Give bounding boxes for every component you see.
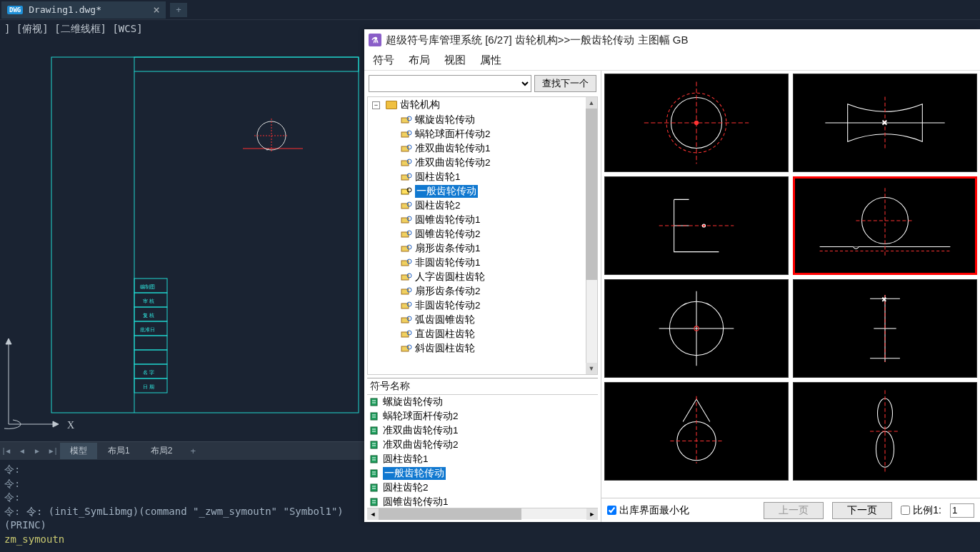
ratio-input[interactable] — [950, 503, 974, 518]
tree-item[interactable]: 圆锥齿轮传动2 — [368, 227, 597, 241]
tab-layout2[interactable]: 布局2 — [141, 443, 183, 459]
list-item[interactable]: 螺旋齿轮传动 — [367, 395, 598, 409]
menu-properties[interactable]: 属性 — [474, 52, 507, 69]
tree-root[interactable]: − 齿轮机构 — [368, 97, 597, 113]
dialog-footer: 出库界面最小化 上一页 下一页 比例1: — [601, 498, 980, 522]
thumbnail[interactable] — [604, 279, 789, 378]
prev-page-button[interactable]: 上一页 — [764, 502, 824, 519]
symbol-icon — [401, 173, 412, 181]
close-icon[interactable]: × — [153, 3, 160, 16]
tree-item[interactable]: 圆锥齿轮传动1 — [368, 213, 597, 227]
dialog-title: 超级符号库管理系统 [6/27] 齿轮机构>>一般齿轮传动 主图幅 GB — [386, 34, 688, 47]
drawing-canvas[interactable]: 编制图审 核 复 核批准日 名 字日 期 X — [0, 43, 364, 441]
name-list-hscroll[interactable]: ◄ ► — [367, 508, 598, 519]
menu-symbol[interactable]: 符号 — [367, 52, 400, 69]
svg-rect-1 — [134, 57, 359, 71]
document-filename: Drawing1.dwg* — [29, 4, 101, 15]
thumbnail[interactable] — [604, 382, 789, 481]
ratio-field: 比例1: — [901, 504, 941, 517]
svg-text:复 核: 复 核 — [143, 313, 154, 318]
svg-rect-58 — [371, 413, 377, 420]
symbol-icon — [401, 159, 412, 167]
nav-prev-icon[interactable]: ◄ — [15, 444, 29, 458]
tree-item[interactable]: 非圆齿轮传动2 — [368, 298, 597, 313]
list-item[interactable]: 一般齿轮传动 — [367, 466, 598, 481]
tree-item[interactable]: 一般齿轮传动 — [368, 184, 597, 199]
thumbnail[interactable] — [604, 176, 789, 275]
svg-text:名 字: 名 字 — [143, 370, 154, 376]
menu-view[interactable]: 视图 — [439, 52, 471, 69]
next-page-button[interactable]: 下一页 — [832, 502, 892, 519]
list-item[interactable]: 圆锥齿轮传动1 — [367, 495, 598, 508]
svg-text:编制图: 编制图 — [140, 284, 155, 290]
tree-item[interactable]: 螺旋齿轮传动 — [368, 113, 597, 127]
symbol-icon — [401, 130, 412, 139]
tree-scrollbar[interactable]: ▲ ▼ — [586, 97, 597, 374]
tree-item[interactable]: 准双曲齿轮传动2 — [368, 156, 597, 170]
command-line[interactable]: 令: 令: 令: 令: 令: (init_SymLibmg)(command "… — [0, 460, 364, 550]
add-layout-button[interactable]: + — [183, 443, 203, 458]
svg-point-94 — [876, 431, 894, 467]
scroll-up-icon[interactable]: ▲ — [586, 97, 597, 109]
symbol-name-list[interactable]: 符号名称 螺旋齿轮传动蜗轮球面杆传动2准双曲齿轮传动1准双曲齿轮传动2圆柱齿轮1… — [367, 378, 598, 508]
symbol-icon — [401, 244, 412, 253]
category-tree[interactable]: − 齿轮机构 螺旋齿轮传动蜗轮球面杆传动2准双曲齿轮传动1准双曲齿轮传动2圆柱齿… — [367, 96, 598, 375]
list-item[interactable]: 准双曲齿轮传动2 — [367, 438, 598, 452]
svg-rect-8 — [134, 350, 167, 364]
tree-item[interactable]: 蜗轮球面杆传动2 — [368, 127, 597, 141]
minimize-checkbox[interactable]: 出库界面最小化 — [607, 504, 689, 517]
thumbnail[interactable] — [604, 74, 789, 172]
tab-model[interactable]: 模型 — [60, 443, 97, 459]
list-item[interactable]: 圆柱齿轮2 — [367, 481, 598, 495]
list-item[interactable]: 准双曲齿轮传动1 — [367, 423, 598, 438]
tree-item[interactable]: 直齿圆柱齿轮 — [368, 327, 597, 341]
hscroll-thumb[interactable] — [379, 508, 521, 520]
tree-item[interactable]: 扇形齿条传动2 — [368, 284, 597, 298]
tree-item[interactable]: 斜齿圆柱齿轮 — [368, 341, 597, 356]
symbol-library-dialog: ⚗ 超级符号库管理系统 [6/27] 齿轮机构>>一般齿轮传动 主图幅 GB 符… — [364, 29, 980, 522]
symbol-icon — [401, 259, 412, 267]
list-item[interactable]: 圆柱齿轮1 — [367, 452, 598, 466]
dialog-titlebar[interactable]: ⚗ 超级符号库管理系统 [6/27] 齿轮机构>>一般齿轮传动 主图幅 GB — [364, 29, 980, 51]
symbol-icon — [401, 216, 412, 224]
document-tab[interactable]: DWG Drawing1.dwg* × — [1, 1, 166, 19]
symbol-icon — [401, 144, 412, 153]
thumbnail[interactable] — [793, 382, 977, 481]
doc-icon — [370, 411, 380, 421]
thumbnail[interactable]: × — [793, 74, 977, 172]
symbol-icon — [401, 301, 412, 310]
tree-item[interactable]: 准双曲齿轮传动1 — [368, 141, 597, 156]
svg-text:审 核: 审 核 — [143, 298, 154, 304]
add-tab-button[interactable]: + — [170, 3, 187, 17]
scroll-down-icon[interactable]: ▼ — [586, 363, 597, 374]
tab-layout1[interactable]: 布局1 — [98, 443, 140, 459]
menu-layout[interactable]: 布局 — [403, 52, 436, 69]
svg-rect-63 — [371, 484, 377, 491]
hscroll-left-icon[interactable]: ◄ — [367, 508, 379, 520]
nav-next-icon[interactable]: ► — [30, 444, 44, 458]
tree-item[interactable]: 人字齿圆柱齿轮 — [368, 270, 597, 284]
svg-rect-0 — [51, 57, 359, 413]
list-item[interactable]: 蜗轮球面杆传动2 — [367, 409, 598, 423]
scroll-thumb[interactable] — [586, 109, 597, 280]
nav-last-icon[interactable]: ►| — [45, 444, 59, 458]
tree-item[interactable]: 弧齿圆锥齿轮 — [368, 313, 597, 327]
symbol-icon — [401, 330, 412, 338]
tree-item[interactable]: 圆柱齿轮1 — [368, 170, 597, 184]
search-combo[interactable] — [369, 75, 531, 92]
thumbnail[interactable] — [793, 176, 977, 275]
collapse-icon[interactable]: − — [372, 101, 380, 109]
hscroll-right-icon[interactable]: ► — [586, 508, 598, 520]
tree-item[interactable]: 非圆齿轮传动1 — [368, 256, 597, 270]
tree-item[interactable]: 圆柱齿轮2 — [368, 199, 597, 213]
nav-first-icon[interactable]: |◄ — [0, 444, 14, 458]
symbol-icon — [401, 316, 412, 324]
find-next-button[interactable]: 查找下一个 — [534, 75, 596, 92]
svg-point-69 — [694, 121, 699, 125]
svg-rect-59 — [371, 427, 377, 434]
thumbnail-grid: × × — [601, 71, 980, 498]
doc-icon — [370, 440, 380, 450]
tree-item[interactable]: 扇形齿条传动1 — [368, 241, 597, 256]
thumbnail[interactable]: × — [793, 279, 977, 378]
svg-text:批准日: 批准日 — [140, 327, 155, 333]
